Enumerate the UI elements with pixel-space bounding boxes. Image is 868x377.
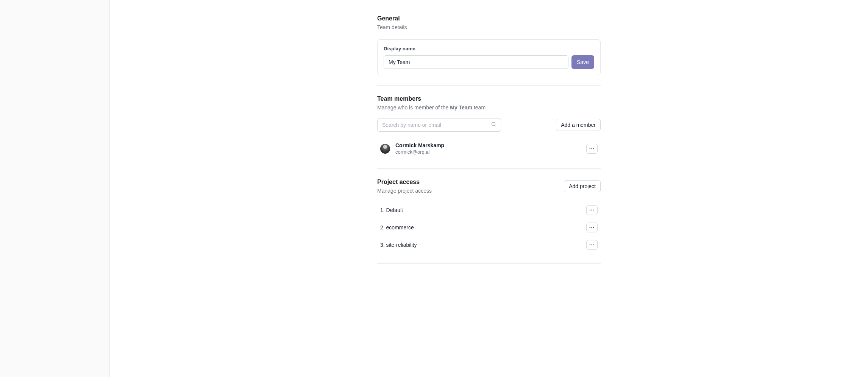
members-subtitle-bold: My Team — [450, 104, 472, 111]
project-row: 3. site-reliability ··· — [377, 236, 601, 254]
members-subtitle-suffix: team — [472, 104, 486, 111]
add-project-button[interactable]: Add project — [564, 180, 601, 192]
projects-subtitle: Manage project access — [377, 188, 432, 194]
divider — [377, 85, 601, 86]
main-content: General Team details Display name Save T… — [110, 0, 868, 377]
member-search-input[interactable] — [377, 118, 501, 132]
project-row: 1. Default ··· — [377, 201, 601, 219]
project-name: 3. site-reliability — [380, 242, 417, 248]
more-icon: ··· — [589, 146, 595, 151]
member-actions-button[interactable]: ··· — [586, 144, 598, 154]
project-actions-button[interactable]: ··· — [586, 223, 598, 232]
member-name: Cormick Marskamp — [395, 142, 586, 148]
member-email: cormick@orq.ai — [395, 149, 586, 155]
general-title: General — [377, 15, 601, 22]
avatar — [380, 144, 390, 154]
project-name: 1. Default — [380, 207, 403, 213]
project-row: 2. ecommerce ··· — [377, 219, 601, 236]
members-title: Team members — [377, 95, 486, 102]
more-icon: ··· — [589, 207, 595, 213]
general-subtitle: Team details — [377, 24, 601, 30]
add-member-button[interactable]: Add a member — [556, 119, 601, 131]
more-icon: ··· — [589, 242, 595, 248]
members-subtitle-prefix: Manage who is member of the — [377, 104, 450, 111]
divider — [377, 263, 601, 264]
display-name-input[interactable] — [384, 55, 568, 69]
members-subtitle: Manage who is member of the My Team team — [377, 104, 486, 111]
divider — [377, 168, 601, 169]
member-row: Cormick Marskamp cormick@orq.ai ··· — [377, 139, 601, 159]
project-actions-button[interactable]: ··· — [586, 240, 598, 250]
display-name-label: Display name — [384, 46, 594, 51]
save-button[interactable]: Save — [571, 55, 594, 69]
projects-title: Project access — [377, 179, 432, 185]
sidebar — [0, 0, 110, 377]
project-actions-button[interactable]: ··· — [586, 205, 598, 215]
display-name-card: Display name Save — [377, 39, 601, 75]
more-icon: ··· — [589, 225, 595, 230]
project-name: 2. ecommerce — [380, 224, 414, 231]
